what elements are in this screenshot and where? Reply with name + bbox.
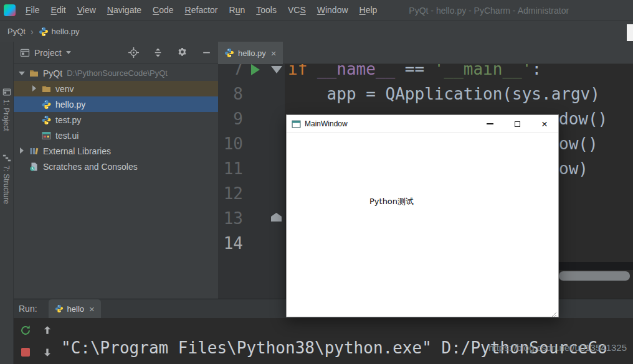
menu-window[interactable]: Window	[312, 0, 354, 21]
menu-run[interactable]: Run	[224, 0, 251, 21]
breadcrumb: PyQt › hello.py	[0, 21, 633, 42]
collapsed-arrow-icon[interactable]	[31, 85, 38, 92]
tab-label: hello.py	[238, 49, 266, 58]
folder-icon	[29, 68, 39, 78]
breadcrumb-file[interactable]: hello.py	[52, 27, 80, 36]
window-icon	[292, 119, 301, 129]
tree-item-external-libraries[interactable]: External Libraries	[14, 143, 218, 159]
cutoff-panel	[627, 24, 633, 41]
code-text-fragment: ow)	[559, 156, 588, 181]
project-tool-window: Project PyQtD:\PythonSourceCode\PyQtvenv…	[14, 42, 218, 299]
folder-icon	[41, 84, 52, 94]
breadcrumb-project[interactable]: PyQt	[7, 27, 26, 36]
tool-button-structure[interactable]: 7: Structure	[2, 166, 11, 204]
python-icon	[41, 115, 52, 125]
chevron-right-icon: ›	[31, 27, 34, 37]
tree-item-test-py[interactable]: test.py	[14, 112, 218, 128]
pycharm-window: FileEditViewNavigateCodeRefactorRunTools…	[0, 0, 633, 364]
run-console[interactable]: "C:\Program Files\Python38\python.exe" D…	[14, 318, 633, 364]
run-tab-hello[interactable]: hello ×	[49, 299, 101, 319]
expanded-arrow-icon[interactable]	[19, 70, 26, 77]
tree-item-label: PyQt	[43, 68, 62, 78]
run-label: Run:	[19, 304, 37, 314]
structure-tool-icon[interactable]	[2, 154, 11, 162]
arrow-spacer	[31, 116, 38, 123]
run-line-icon[interactable]	[251, 64, 260, 75]
menu-vcs[interactable]: VCS	[282, 0, 312, 21]
mainwindow-title: MainWindow	[305, 119, 476, 128]
tree-item-label: External Libraries	[43, 146, 111, 156]
maximize-button[interactable]	[503, 115, 531, 133]
tree-item-scratches-and-consoles[interactable]: Scratches and Consoles	[14, 159, 218, 174]
library-icon	[29, 146, 39, 156]
pycharm-logo-icon	[4, 4, 16, 16]
mainwindow-titlebar[interactable]: MainWindow ×	[287, 115, 558, 133]
tree-item-venv[interactable]: venv	[14, 81, 218, 96]
editor-hscrollbar[interactable]	[559, 271, 630, 281]
locate-icon[interactable]	[128, 47, 139, 58]
arrow-spacer	[31, 101, 38, 108]
menu-navigate[interactable]: Navigate	[102, 0, 147, 21]
arrow-spacer	[31, 132, 38, 139]
minimize-button[interactable]	[476, 115, 503, 133]
close-run-tab-icon[interactable]: ×	[89, 304, 95, 314]
menu-tools[interactable]: Tools	[250, 0, 282, 21]
tree-item-label: hello.py	[55, 100, 85, 110]
up-arrow-icon[interactable]	[42, 325, 53, 336]
code-text: app = QApplication(sys.argv)	[288, 82, 600, 106]
line-number: 9	[218, 106, 243, 131]
python-icon	[41, 100, 52, 110]
tree-item-pyqt[interactable]: PyQtD:\PythonSourceCode\PyQt	[14, 65, 218, 81]
hide-icon[interactable]	[201, 47, 212, 58]
python-file-icon	[39, 27, 49, 37]
tree-item-label: test.py	[55, 115, 81, 125]
mainwindow-content: Python测试	[287, 133, 558, 317]
code-line-8[interactable]: 8 app = QApplication(sys.argv)	[218, 82, 633, 106]
line-number: 10	[218, 131, 243, 156]
window-title: PyQt - hello.py - PyCharm - Administrato…	[409, 6, 569, 16]
project-panel-icon	[20, 48, 30, 58]
code-text-fragment: ow()	[559, 131, 598, 156]
menu-items: FileEditViewNavigateCodeRefactorRunTools…	[20, 0, 383, 21]
gear-icon[interactable]	[177, 47, 188, 58]
tree-item-hello-py[interactable]: hello.py	[14, 96, 218, 112]
rerun-icon[interactable]	[20, 325, 31, 336]
editor-tab-hello[interactable]: hello.py ×	[218, 42, 283, 64]
editor-tab-bar: hello.py ×	[218, 42, 633, 64]
fold-arrow-icon[interactable]	[271, 66, 282, 73]
panel-title[interactable]: Project	[34, 48, 62, 58]
menu-help[interactable]: Help	[354, 0, 383, 21]
stop-icon[interactable]	[21, 348, 30, 357]
minimize-icon	[487, 123, 493, 124]
project-tool-icon[interactable]	[2, 88, 11, 96]
down-arrow-icon[interactable]	[42, 347, 53, 358]
close-tab-icon[interactable]: ×	[271, 49, 277, 58]
menu-file[interactable]: File	[20, 0, 45, 21]
tree-item-path: D:\PythonSourceCode\PyQt	[67, 68, 168, 78]
menu-view[interactable]: View	[72, 0, 102, 21]
resize-grip-icon[interactable]	[551, 309, 557, 315]
tree-item-label: test.ui	[55, 131, 79, 141]
menu-refactor[interactable]: Refactor	[179, 0, 224, 21]
scrollbar-track	[559, 262, 633, 270]
close-button[interactable]: ×	[531, 115, 558, 133]
python-file-icon	[224, 48, 234, 58]
menu-edit[interactable]: Edit	[45, 0, 72, 21]
python-file-icon	[55, 304, 64, 313]
scratch-icon	[29, 162, 39, 172]
collapse-all-icon[interactable]	[153, 47, 163, 58]
tree-item-test-ui[interactable]: test.ui	[14, 128, 218, 143]
project-panel-header: Project	[14, 42, 218, 64]
ui-icon	[41, 131, 52, 141]
maximize-icon	[515, 121, 520, 127]
menu-code[interactable]: Code	[147, 0, 179, 21]
project-tree: PyQtD:\PythonSourceCode\PyQtvenvhello.py…	[14, 65, 218, 174]
collapsed-arrow-icon[interactable]	[19, 147, 26, 154]
code-text-fragment: dow()	[559, 106, 607, 131]
line-number: 14	[218, 231, 243, 256]
tool-button-project[interactable]: 1: Project	[2, 100, 11, 131]
line-number: 13	[218, 206, 243, 231]
chevron-down-icon[interactable]	[66, 51, 71, 54]
tool-window-stripe: 1: Project 7: Structure es	[0, 42, 14, 364]
mainwindow-overlay: MainWindow × Python测试	[286, 114, 559, 317]
